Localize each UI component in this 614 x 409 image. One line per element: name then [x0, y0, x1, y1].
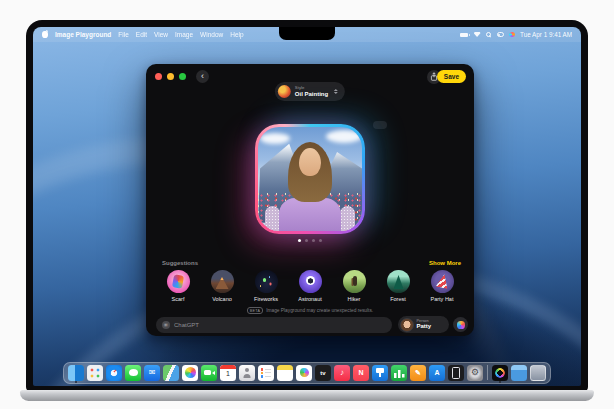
- music-note-icon: ♪: [340, 369, 344, 377]
- suggestion-hiker[interactable]: Hiker: [334, 270, 374, 302]
- person-avatar: [400, 318, 414, 332]
- gear-icon: ⚙: [471, 368, 479, 377]
- siri-icon[interactable]: [509, 32, 515, 38]
- suggestion-label: Astronaut: [298, 296, 322, 302]
- battery-icon[interactable]: [460, 33, 468, 37]
- styles-button[interactable]: [453, 317, 468, 332]
- dock-finder[interactable]: [68, 365, 84, 381]
- dock-notes[interactable]: [277, 365, 293, 381]
- control-center-icon[interactable]: [497, 32, 504, 37]
- menu-view[interactable]: View: [154, 31, 168, 38]
- suggestion-label: Fireworks: [254, 296, 278, 302]
- dock-reminders[interactable]: [258, 365, 274, 381]
- suggestion-volcano[interactable]: Volcano: [202, 270, 242, 302]
- generated-image-frame[interactable]: [255, 124, 365, 234]
- dock-maps[interactable]: [163, 365, 179, 381]
- dock-photos[interactable]: [182, 365, 198, 381]
- dock-messages[interactable]: [125, 365, 141, 381]
- status-area: Tue Apr 1 9:41 AM: [460, 31, 572, 38]
- dock-app-store[interactable]: A: [429, 365, 445, 381]
- dock-image-playground[interactable]: [492, 365, 508, 381]
- sleeve-art: [265, 206, 280, 231]
- dock-facetime[interactable]: [201, 365, 217, 381]
- beta-badge: BETA: [247, 307, 263, 314]
- suggestion-scarf[interactable]: Scarf: [158, 270, 198, 302]
- menu-app-name[interactable]: Image Playground: [55, 31, 111, 38]
- suggestion-fireworks[interactable]: Fireworks: [246, 270, 286, 302]
- prompt-input[interactable]: [174, 322, 386, 328]
- scarf-icon: [167, 270, 190, 293]
- dock-calendar[interactable]: 1: [220, 365, 236, 381]
- news-icon: N: [358, 369, 363, 376]
- dock-safari[interactable]: [106, 365, 122, 381]
- dock-news[interactable]: N: [353, 365, 369, 381]
- expand-badge[interactable]: [373, 121, 387, 129]
- dock-music[interactable]: ♪: [334, 365, 350, 381]
- cloud-art: [260, 133, 290, 144]
- carousel-dots: [298, 239, 322, 242]
- carousel-dot[interactable]: [319, 239, 322, 242]
- dock-apple-tv[interactable]: tv: [315, 365, 331, 381]
- menu-file[interactable]: File: [118, 31, 128, 38]
- search-icon[interactable]: [486, 32, 491, 37]
- sleeve-art: [340, 206, 355, 231]
- wifi-icon[interactable]: [474, 32, 481, 37]
- desktop: Image Playground File Edit View Image Wi…: [33, 27, 581, 386]
- close-button[interactable]: [155, 73, 162, 80]
- suggestion-astronaut[interactable]: Astronaut: [290, 270, 330, 302]
- app-store-icon: A: [434, 369, 439, 376]
- chevron-up-down-icon: [334, 89, 338, 95]
- back-button[interactable]: ‹: [196, 70, 209, 83]
- minimize-button[interactable]: [167, 73, 174, 80]
- zoom-button[interactable]: [179, 73, 186, 80]
- image-playground-window: ‹ Save Style Oil Painting: [146, 64, 474, 336]
- prompt-bar[interactable]: ✳: [156, 317, 392, 333]
- astronaut-icon: [299, 270, 322, 293]
- dock-trash[interactable]: [530, 365, 546, 381]
- carousel-dot[interactable]: [312, 239, 315, 242]
- chatgpt-icon: ✳: [162, 321, 170, 329]
- suggestions-title: Suggestions: [162, 260, 198, 266]
- menu-clock[interactable]: Tue Apr 1 9:41 AM: [520, 31, 572, 38]
- style-picker-chip[interactable]: Style Oil Painting: [275, 82, 345, 101]
- suggestion-party-hat[interactable]: Party Hat: [422, 270, 462, 302]
- person-chip-value: Patty: [417, 323, 432, 330]
- menu-window[interactable]: Window: [200, 31, 223, 38]
- display-notch: [279, 27, 335, 40]
- carousel-dot[interactable]: [305, 239, 308, 242]
- style-chip-text: Style Oil Painting: [295, 86, 328, 98]
- show-more-link[interactable]: Show More: [429, 260, 461, 266]
- dock-system-settings[interactable]: ⚙: [467, 365, 483, 381]
- apple-tv-icon: tv: [320, 370, 325, 376]
- dock-numbers[interactable]: [391, 365, 407, 381]
- dock-freeform[interactable]: [296, 365, 312, 381]
- suggestion-label: Volcano: [212, 296, 232, 302]
- dock-separator: [487, 365, 488, 380]
- menu-edit[interactable]: Edit: [136, 31, 147, 38]
- suggestion-forest[interactable]: Forest: [378, 270, 418, 302]
- dock-pages[interactable]: ✎: [410, 365, 426, 381]
- generated-image: [258, 127, 362, 231]
- suggestion-label: Hiker: [348, 296, 361, 302]
- dock-launchpad[interactable]: [87, 365, 103, 381]
- face-art: [299, 148, 321, 176]
- suggestion-label: Party Hat: [431, 296, 454, 302]
- apple-logo-icon[interactable]: [42, 31, 48, 38]
- menu-help[interactable]: Help: [230, 31, 243, 38]
- fireworks-icon: [255, 270, 278, 293]
- forest-icon: [387, 270, 410, 293]
- dock: ✉ 1 tv ♪ N ✎ A ⚙: [63, 362, 551, 384]
- save-button[interactable]: Save: [437, 70, 466, 83]
- dock-iphone-mirroring[interactable]: [448, 365, 464, 381]
- dock-downloads-folder[interactable]: [511, 365, 527, 381]
- carousel-dot[interactable]: [298, 239, 301, 242]
- dock-contacts[interactable]: [239, 365, 255, 381]
- menu-image[interactable]: Image: [175, 31, 193, 38]
- suggestion-label: Scarf: [172, 296, 185, 302]
- party-hat-icon: [431, 270, 454, 293]
- person-picker-chip[interactable]: Person Patty: [398, 316, 449, 333]
- beta-disclaimer: BETA Image Playground may create unexpec…: [146, 307, 474, 314]
- dock-keynote[interactable]: [372, 365, 388, 381]
- laptop-base: [20, 390, 594, 401]
- dock-mail[interactable]: ✉: [144, 365, 160, 381]
